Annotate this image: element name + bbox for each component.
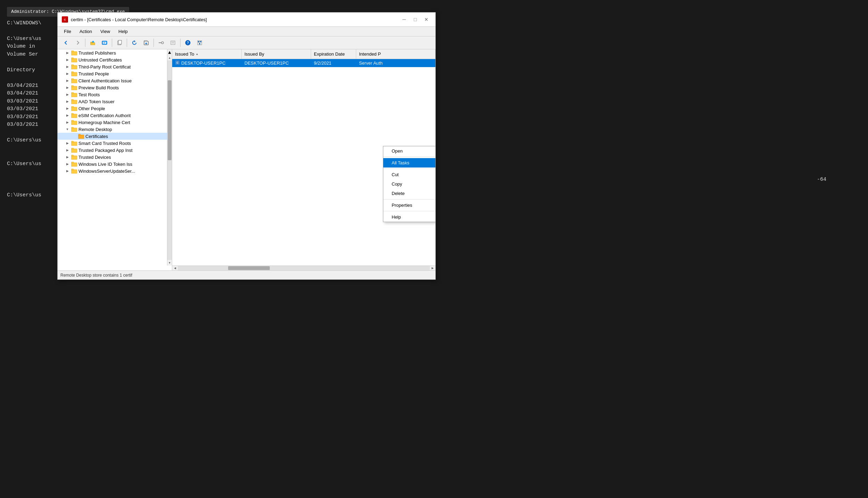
folder-icon [71,168,77,174]
expand-icon[interactable]: ▶ [65,168,70,174]
tree-item-aad-token[interactable]: ▶ AAD Token Issuer [58,98,167,105]
menu-action[interactable]: Action [76,28,95,35]
toolbar-show[interactable] [99,38,110,48]
svg-rect-41 [71,106,74,108]
expand-icon[interactable]: ▶ [65,57,70,63]
expand-icon[interactable]: ▶ [65,64,70,70]
menu-help[interactable]: Help [115,28,131,35]
svg-text:C: C [64,18,66,21]
svg-rect-45 [71,120,74,122]
toolbar-export[interactable] [141,38,152,48]
expand-icon[interactable]: ▶ [65,85,70,90]
close-button[interactable]: ✕ [422,15,431,24]
scroll-up-btn[interactable]: ▲ [167,55,172,60]
tree-item-esim[interactable]: ▶ eSIM Certification Authorit [58,112,167,119]
ctx-help[interactable]: Help [383,212,435,222]
folder-icon [71,64,77,70]
expand-icon[interactable]: ▶ [65,147,70,153]
tree-item-trusted-people[interactable]: ▶ Trusted People [58,70,167,77]
toolbar-up[interactable] [87,38,98,48]
toolbar-sep-2 [112,39,112,47]
tree-label: WindowsServerUpdateSer... [78,169,166,174]
ctx-properties[interactable]: Properties [383,201,435,210]
toolbar-help[interactable]: ? [182,38,193,48]
h-scroll-left[interactable]: ◀ [172,266,178,271]
expand-icon[interactable]: ▶ [65,120,70,125]
ctx-copy[interactable]: Copy [383,179,435,189]
tree-item-homegroup[interactable]: ▶ Homegroup Machine Cert [58,119,167,126]
toolbar-sep-4 [153,39,154,47]
tree-item-remote-desktop[interactable]: ▼ Remote Desktop [58,126,167,133]
scroll-track[interactable] [167,60,172,260]
toolbar-list[interactable] [167,38,178,48]
folder-icon [71,113,77,118]
menu-view[interactable]: View [97,28,114,35]
col-exp-date[interactable]: Expiration Date [311,49,356,59]
tree-item-trusted-publishers[interactable]: ▶ Trusted Publishers [58,49,167,56]
expand-icon[interactable]: ▶ [65,99,70,104]
expand-icon[interactable]: ▶ [65,140,70,146]
toolbar-graph[interactable] [194,38,205,48]
h-scroll-right[interactable]: ▶ [430,266,435,271]
expand-icon[interactable]: ▶ [65,50,70,56]
svg-rect-59 [71,169,74,170]
col-issued-to[interactable]: Issued To ▲ [172,49,242,59]
tree-label: AAD Token Issuer [78,99,166,104]
tree-item-test-roots[interactable]: ▶ Test Roots [58,91,167,98]
ctx-open[interactable]: Open [383,146,435,156]
expand-icon[interactable]: ▶ [65,106,70,111]
col-intended[interactable]: Intended P [356,49,435,59]
tree-item-windows-live[interactable]: ▶ Windows Live ID Token Iss [58,161,167,168]
expand-icon[interactable]: ▼ [65,126,70,132]
list-row[interactable]: C DESKTOP-USER1PC DESKTOP-USER1PC 9/2/20… [172,59,435,67]
svg-rect-39 [71,99,74,101]
toolbar-forward[interactable] [72,38,83,48]
tree-item-untrusted[interactable]: ▶ Untrusted Certificates [58,56,167,63]
tree-label: Untrusted Certificates [78,57,166,63]
tree-item-preview-build[interactable]: ▶ Preview Build Roots [58,84,167,91]
tree-item-trusted-packaged[interactable]: ▶ Trusted Packaged App Inst [58,147,167,154]
tree-item-client-auth[interactable]: ▶ Client Authentication Issue [58,77,167,84]
tree-item-trusted-devices[interactable]: ▶ Trusted Devices [58,154,167,161]
ctx-cut[interactable]: Cut [383,170,435,179]
tree-item-windows-server[interactable]: ▶ WindowsServerUpdateSer... [58,168,167,174]
expand-icon[interactable]: ▶ [65,71,70,76]
expand-icon[interactable]: ▶ [65,161,70,167]
toolbar-copy[interactable] [114,38,125,48]
expand-icon[interactable]: ▶ [65,154,70,160]
h-scroll-track[interactable] [178,266,430,270]
minimize-button[interactable]: ─ [399,15,409,24]
tree-item-third-party[interactable]: ▶ Third-Party Root Certificat [58,63,167,70]
folder-icon [71,154,77,160]
tree-item-smart-card[interactable]: ▶ Smart Card Trusted Roots [58,140,167,147]
ctx-all-tasks[interactable]: All Tasks ▶ [383,158,435,168]
h-scroll-thumb[interactable] [228,266,270,270]
svg-rect-49 [78,134,81,136]
expand-icon[interactable]: ▶ [65,78,70,83]
folder-icon [71,85,77,90]
ctx-delete[interactable]: Delete [383,189,435,198]
maximize-button[interactable]: □ [410,15,420,24]
tree-pane[interactable]: ▲ ▶ Trusted Publishers ▶ Untrusted Certi… [58,49,172,270]
scroll-down-btn[interactable]: ▼ [167,260,172,266]
tree-label: Client Authentication Issue [78,78,166,83]
folder-icon [71,78,77,83]
tree-item-certificates[interactable]: ▶ Certificates [58,133,167,140]
col-issued-by[interactable]: Issued By [242,49,311,59]
main-content: ▲ ▶ Trusted Publishers ▶ Untrusted Certi… [58,49,435,270]
list-hscrollbar[interactable]: ◀ ▶ [172,266,435,270]
tree-item-other-people[interactable]: ▶ Other People [58,105,167,112]
ctx-sep-1 [383,157,435,157]
tree-scroll-up[interactable]: ▲ [167,49,172,55]
folder-icon [71,106,77,111]
toolbar-back[interactable] [60,38,72,48]
tree-label: Preview Build Roots [78,85,166,90]
toolbar-refresh[interactable] [129,38,140,48]
expand-icon[interactable]: ▶ [65,113,70,118]
menu-file[interactable]: File [60,28,75,35]
tree-vscrollbar[interactable]: ▲ ▼ [167,55,172,266]
svg-rect-37 [71,92,74,94]
toolbar-key[interactable] [156,38,167,48]
scroll-thumb[interactable] [168,80,172,160]
expand-icon[interactable]: ▶ [65,92,70,97]
